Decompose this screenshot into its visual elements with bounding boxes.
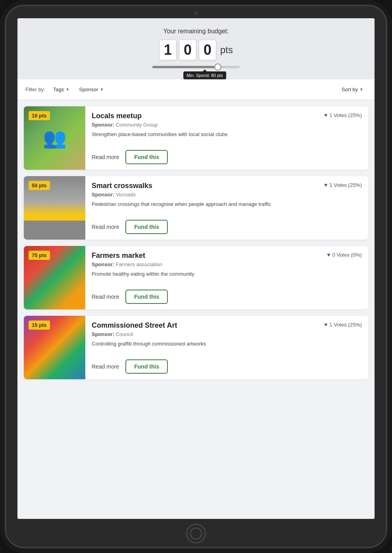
read-more-button-smart-crosswalks[interactable]: Read more: [92, 222, 119, 232]
project-card-farmers-market: 75 pts Farmers market ♥ 0 Votes (0%) Spo…: [24, 246, 368, 309]
project-votes-locals-meetup: ♥ 1 Votes (25%): [324, 112, 362, 118]
heart-icon-locals-meetup: ♥: [324, 112, 327, 118]
project-content-smart-crosswalks: Smart crosswalks ♥ 1 Votes (25%) Sponsor…: [85, 176, 368, 240]
tags-arrow-icon: ▼: [65, 87, 69, 92]
heart-icon-commissioned-street-art: ♥: [324, 321, 327, 328]
project-content-commissioned-street-art: Commissioned Street Art ♥ 1 Votes (25%) …: [85, 316, 368, 379]
budget-slider[interactable]: Min. Spend: 80 pts: [152, 66, 240, 68]
home-button-inner: [190, 528, 202, 540]
filter-bar: Filter by: Tags ▼ Sponsor ▼ Sort by ▼: [17, 79, 375, 100]
project-actions-locals-meetup: Read more Fund this: [92, 150, 362, 164]
project-title-locals-meetup: Locals meetup: [92, 112, 142, 120]
tags-dropdown[interactable]: Tags ▼: [50, 85, 73, 94]
home-button[interactable]: [186, 524, 206, 543]
pts-badge-smart-crosswalks: 50 pts: [29, 181, 50, 190]
read-more-button-farmers-market[interactable]: Read more: [92, 292, 119, 301]
project-sponsor-farmers-market: Sponsor: Farmers association: [92, 261, 362, 267]
project-description-commissioned-street-art: Controlling graffiti through commissione…: [92, 340, 362, 354]
project-header-commissioned-street-art: Commissioned Street Art ♥ 1 Votes (25%): [92, 321, 362, 330]
sponsor-name-locals-meetup: Community Group: [116, 122, 158, 128]
project-header-locals-meetup: Locals meetup ♥ 1 Votes (25%): [92, 112, 362, 120]
sponsor-name-commissioned-street-art: Council: [116, 331, 133, 337]
fund-this-button-farmers-market[interactable]: Fund this: [125, 290, 168, 304]
project-content-farmers-market: Farmers market ♥ 0 Votes (0%) Sponsor: F…: [85, 246, 368, 309]
project-actions-smart-crosswalks: Read more Fund this: [92, 220, 362, 234]
budget-slider-fill: [152, 66, 218, 68]
budget-title: Your remaining budget:: [25, 28, 367, 35]
project-description-locals-meetup: Strengthen place-based communities with …: [92, 131, 362, 144]
fund-this-button-locals-meetup[interactable]: Fund this: [125, 150, 168, 164]
budget-digit-1: 1: [159, 40, 177, 60]
projects-list: 10 pts Locals meetup ♥ 1 Votes (25%) Spo…: [17, 100, 375, 519]
project-description-smart-crosswalks: Pedestrian crossings that recognise when…: [92, 201, 362, 214]
tags-label: Tags: [53, 86, 64, 92]
project-card-smart-crosswalks: 50 pts Smart crosswalks ♥ 1 Votes (25%) …: [24, 176, 368, 240]
filter-by-label: Filter by:: [25, 86, 45, 92]
sponsor-name-farmers-market: Farmers association: [116, 261, 162, 267]
project-content-locals-meetup: Locals meetup ♥ 1 Votes (25%) Sponsor: C…: [85, 106, 368, 170]
sort-arrow-icon: ▼: [359, 87, 363, 92]
sponsor-name-smart-crosswalks: Vicroads: [116, 192, 136, 198]
pts-badge-locals-meetup: 10 pts: [29, 111, 50, 120]
project-actions-commissioned-street-art: Read more Fund this: [92, 359, 362, 374]
project-title-farmers-market: Farmers market: [92, 252, 145, 260]
tablet-frame: Your remaining budget: 1 0 0 pts Min. Sp…: [0, 0, 392, 553]
project-title-smart-crosswalks: Smart crosswalks: [92, 182, 152, 190]
project-header-farmers-market: Farmers market ♥ 0 Votes (0%): [92, 252, 362, 260]
project-header-smart-crosswalks: Smart crosswalks ♥ 1 Votes (25%): [92, 182, 362, 190]
read-more-button-locals-meetup[interactable]: Read more: [92, 152, 119, 162]
tablet-screen: Your remaining budget: 1 0 0 pts Min. Sp…: [17, 18, 375, 519]
sponsor-dropdown[interactable]: Sponsor ▼: [76, 85, 107, 94]
project-title-commissioned-street-art: Commissioned Street Art: [92, 321, 177, 330]
project-image-locals-meetup: 10 pts: [24, 106, 85, 170]
budget-digit-3: 0: [199, 40, 216, 60]
project-card-commissioned-street-art: 15 pts Commissioned Street Art ♥ 1 Votes…: [24, 316, 368, 379]
read-more-button-commissioned-street-art[interactable]: Read more: [92, 362, 119, 371]
tablet-camera: [194, 11, 198, 15]
heart-icon-farmers-market: ♥: [327, 252, 330, 258]
fund-this-button-smart-crosswalks[interactable]: Fund this: [125, 220, 168, 234]
pts-badge-farmers-market: 75 pts: [29, 251, 50, 260]
budget-slider-thumb[interactable]: [214, 63, 221, 71]
project-description-farmers-market: Promote healthy eating within the commun…: [92, 271, 362, 284]
budget-digits: 1 0 0 pts: [25, 40, 367, 60]
budget-digit-2: 0: [179, 40, 196, 60]
project-image-smart-crosswalks: 50 pts: [24, 176, 85, 240]
project-card-locals-meetup: 10 pts Locals meetup ♥ 1 Votes (25%) Spo…: [24, 106, 368, 170]
project-sponsor-smart-crosswalks: Sponsor: Vicroads: [92, 192, 362, 198]
project-votes-commissioned-street-art: ♥ 1 Votes (25%): [324, 321, 362, 328]
heart-icon-smart-crosswalks: ♥: [324, 182, 327, 188]
votes-text-farmers-market: 0 Votes (0%): [332, 252, 362, 258]
pts-badge-commissioned-street-art: 15 pts: [29, 321, 50, 330]
budget-pts-label: pts: [220, 44, 233, 56]
sort-by-dropdown[interactable]: Sort by ▼: [338, 85, 367, 94]
project-sponsor-locals-meetup: Sponsor: Community Group: [92, 122, 362, 128]
budget-slider-track: [152, 66, 240, 68]
votes-text-locals-meetup: 1 Votes (25%): [329, 112, 362, 118]
sponsor-arrow-icon: ▼: [100, 87, 104, 92]
budget-tooltip: Min. Spend: 80 pts: [183, 71, 226, 79]
sort-by-label: Sort by: [342, 86, 358, 92]
sponsor-label: Sponsor: [79, 86, 98, 92]
fund-this-button-commissioned-street-art[interactable]: Fund this: [125, 359, 168, 374]
project-sponsor-commissioned-street-art: Sponsor: Council: [92, 331, 362, 337]
project-votes-farmers-market: ♥ 0 Votes (0%): [327, 252, 362, 258]
project-image-commissioned-street-art: 15 pts: [24, 316, 85, 379]
votes-text-commissioned-street-art: 1 Votes (25%): [329, 322, 362, 328]
budget-section: Your remaining budget: 1 0 0 pts Min. Sp…: [17, 18, 375, 79]
project-image-farmers-market: 75 pts: [24, 246, 85, 309]
project-actions-farmers-market: Read more Fund this: [92, 290, 362, 304]
project-votes-smart-crosswalks: ♥ 1 Votes (25%): [324, 182, 362, 188]
votes-text-smart-crosswalks: 1 Votes (25%): [329, 182, 362, 188]
